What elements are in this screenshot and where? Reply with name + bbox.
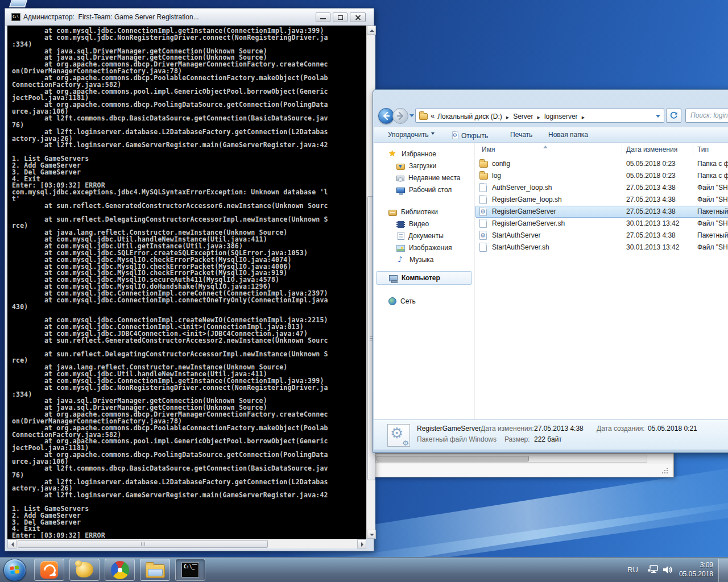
back-button[interactable] — [378, 108, 394, 124]
table-row[interactable]: RegisterGame_loop.sh 27.05.2013 4:38 Фай… — [475, 194, 728, 206]
print-button[interactable]: Печать — [510, 131, 532, 139]
column-headers: Имя Дата изменения Тип — [475, 143, 728, 156]
sidebar-item-desktopi[interactable]: Рабочий стол — [374, 184, 474, 196]
column-header-name[interactable]: Имя — [482, 146, 495, 153]
sidebar-item-star[interactable]: Избранное — [374, 148, 474, 160]
sidebar-item-icon — [396, 255, 406, 264]
maximize-icon — [338, 15, 343, 20]
tray-date: 05.05.2018 — [679, 570, 713, 578]
column-divider[interactable] — [693, 144, 693, 155]
table-row[interactable]: RegisterGameServer.sh 30.01.2013 13:42 Ф… — [475, 218, 728, 230]
file-name[interactable]: log — [492, 172, 501, 180]
windows-logo-icon — [9, 564, 20, 576]
navigation-bar: « Локальный диск (D:)▶Server▶loginserver… — [373, 106, 728, 127]
search-input[interactable]: Поиск: logins — [685, 109, 728, 123]
table-row[interactable]: config 05.05.2018 0:23 Папка с файлами — [475, 158, 728, 170]
console-window: Администратор: First-Team: Game Server R… — [5, 8, 374, 551]
start-button[interactable] — [3, 559, 26, 581]
column-header-type[interactable]: Тип — [697, 146, 709, 153]
sidebar-item-pictures[interactable]: Изображения — [374, 242, 474, 253]
up-triangle-icon — [370, 27, 374, 32]
volume-icon[interactable] — [663, 565, 674, 577]
taskbar-gold-app-button[interactable] — [69, 559, 100, 581]
scroll-up-button[interactable] — [367, 26, 376, 35]
file-icon — [479, 219, 487, 228]
scroll-left-button[interactable] — [7, 539, 16, 548]
background-window-fragment[interactable] — [374, 453, 674, 477]
forward-button[interactable] — [392, 108, 408, 124]
breadcrumb-arrow-icon[interactable]: ▶ — [506, 115, 509, 119]
desktop-shortcut-icon[interactable] — [9, 0, 27, 7]
minimize-button[interactable] — [316, 13, 330, 22]
file-type: Пакетный ф — [697, 207, 728, 215]
back-arrow-icon — [379, 109, 394, 123]
horizontal-scrollbar-thumb[interactable] — [18, 540, 268, 548]
file-name[interactable]: StartAuthServer.sh — [492, 243, 549, 251]
column-header-date[interactable]: Дата изменения — [626, 146, 677, 153]
taskbar-explorer-button[interactable] — [140, 559, 170, 581]
table-row[interactable]: StartAuthServer.sh 30.01.2013 13:42 Файл… — [475, 242, 728, 253]
column-divider[interactable] — [622, 144, 622, 155]
breadcrumb-segment[interactable]: Локальный диск (D:) — [437, 113, 502, 120]
history-chevron-icon[interactable] — [410, 114, 414, 119]
sidebar-item-network[interactable]: Сеть — [374, 295, 474, 307]
breadcrumb-overflow[interactable]: « — [431, 111, 435, 120]
organize-button[interactable]: Упорядочить — [388, 131, 435, 139]
table-row[interactable]: AuthServer_loop.sh 27.05.2013 4:38 Файл … — [475, 182, 728, 194]
gold-app-icon — [76, 562, 93, 577]
fragment-scrollbar-thumb[interactable] — [377, 456, 529, 462]
maximize-button[interactable] — [333, 13, 348, 22]
address-bar[interactable]: « Локальный диск (D:)▶Server▶loginserver… — [415, 109, 664, 123]
taskbar-pinwheel-app-button[interactable] — [105, 559, 135, 581]
sidebar-item-docs[interactable]: Документы — [374, 230, 474, 242]
file-date-modified: 05.05.2018 0:23 — [626, 160, 676, 168]
open-button[interactable]: Открыть — [452, 131, 488, 140]
console-titlebar[interactable]: Администратор: First-Team: Game Server R… — [5, 9, 374, 26]
sidebar-item-video[interactable]: Видео — [374, 218, 474, 230]
resize-grip-icon[interactable] — [661, 467, 668, 473]
breadcrumb-arrow-icon[interactable]: ▶ — [582, 115, 585, 119]
sidebar-item-icon — [398, 232, 404, 240]
console-horizontal-scrollbar[interactable] — [7, 539, 366, 548]
sidebar-item-icon — [396, 188, 405, 193]
language-indicator[interactable]: RU — [627, 566, 638, 574]
sidebar-item-libraries[interactable]: Библиотеки — [374, 206, 474, 218]
refresh-button[interactable] — [666, 109, 681, 123]
breadcrumb-segment[interactable]: loginserver — [544, 113, 578, 120]
scroll-down-button[interactable] — [367, 530, 376, 539]
sidebar-item-music[interactable]: Музыка — [374, 253, 474, 265]
file-name[interactable]: RegisterGameServer.sh — [492, 219, 565, 227]
new-folder-button[interactable]: Новая папка — [548, 131, 588, 139]
file-type: Пакетный ф — [697, 231, 728, 239]
down-triangle-icon — [370, 534, 374, 538]
show-desktop-button[interactable] — [718, 559, 728, 582]
file-list: Имя Дата изменения Тип config 05.05.2018… — [474, 143, 728, 419]
scroll-right-button[interactable] — [357, 539, 366, 548]
refresh-icon — [669, 111, 678, 120]
fragment-horizontal-scrollbar[interactable] — [375, 455, 647, 463]
file-date-modified: 30.01.2013 13:42 — [626, 219, 679, 227]
table-row[interactable]: StartAuthServer 27.05.2013 4:38 Пакетный… — [475, 230, 728, 242]
taskbar-cmd-button[interactable] — [175, 559, 205, 581]
file-type: Папка с файлами — [697, 160, 728, 168]
sidebar-item-icon — [396, 176, 404, 181]
network-icon[interactable] — [647, 564, 660, 577]
sidebar-item-recent[interactable]: Недавние места — [374, 172, 474, 184]
table-row[interactable]: RegisterGameServer 27.05.2013 4:38 Пакет… — [475, 206, 728, 218]
console-output[interactable]: at com.mysql.jdbc.ConnectionImpl.getInst… — [7, 26, 366, 539]
address-dropdown-icon[interactable] — [656, 115, 660, 120]
organize-label: Упорядочить — [388, 131, 428, 139]
sidebar-item-computer[interactable]: Компьютер — [376, 271, 472, 285]
sidebar-item-downloads[interactable]: Загрузки — [374, 160, 474, 172]
file-name[interactable]: StartAuthServer — [492, 231, 540, 239]
file-name[interactable]: RegisterGame_loop.sh — [492, 196, 562, 203]
table-row[interactable]: log 05.05.2018 0:23 Папка с файлами — [475, 170, 728, 182]
taskbar-uc-browser-button[interactable] — [34, 559, 64, 581]
breadcrumb-segment[interactable]: Server — [513, 113, 533, 120]
file-name[interactable]: AuthServer_loop.sh — [492, 184, 552, 192]
clock[interactable]: 3:09 05.05.2018 — [678, 560, 713, 579]
close-button[interactable] — [350, 13, 366, 22]
file-name[interactable]: RegisterGameServer — [492, 207, 556, 215]
breadcrumb-arrow-icon[interactable]: ▶ — [537, 115, 540, 119]
file-name[interactable]: config — [492, 160, 510, 168]
